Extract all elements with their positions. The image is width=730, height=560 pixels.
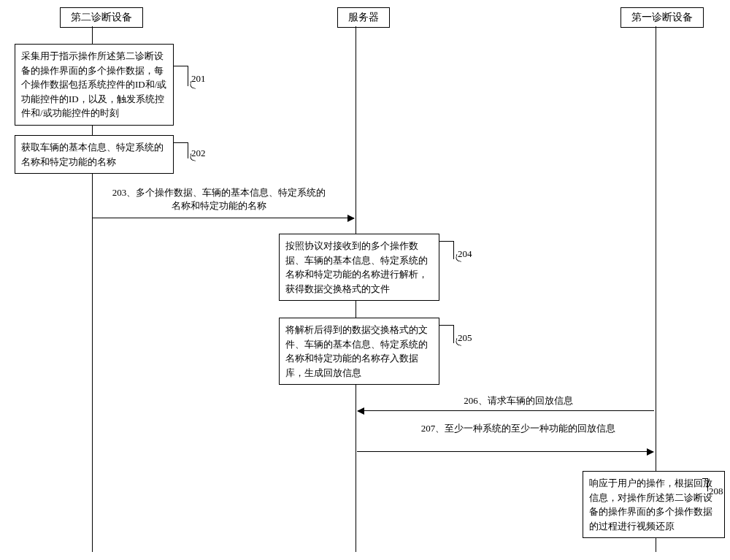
lane-header-mid: 服务器 [337,7,390,28]
lane-header-left: 第二诊断设备 [60,7,143,28]
msg-207-label: 207、至少一种系统的至少一种功能的回放信息 [409,422,628,435]
msg-206-arrow [358,410,654,411]
msg-207-arrow [357,451,653,452]
step-205-box: 将解析后得到的数据交换格式的文件、车辆的基本信息、特定系统的名称和特定功能的名称… [279,318,439,385]
step-208-label: 208 [709,486,723,497]
lane-header-right: 第一诊断设备 [620,7,704,28]
step-205-label: 205 [458,332,472,344]
step-202-label: 202 [191,147,206,159]
connector-205 [439,325,454,343]
step-204-box: 按照协议对接收到的多个操作数据、车辆的基本信息、特定系统的名称和特定功能的名称进… [279,234,439,301]
connector-202 [174,142,188,158]
msg-206-label: 206、请求车辆的回放信息 [409,394,628,407]
step-202-box: 获取车辆的基本信息、特定系统的名称和特定功能的名称 [15,135,174,174]
step-201-label: 201 [191,73,206,85]
connector-201 [174,66,188,86]
connector-208 [702,478,708,491]
msg-203-label: 203、多个操作数据、车辆的基本信息、特定系统的名称和特定功能的名称 [110,186,328,212]
step-204-label: 204 [458,248,472,260]
step-201-box: 采集用于指示操作所述第二诊断设备的操作界面的多个操作数据，每个操作数据包括系统控… [15,44,174,126]
connector-204 [439,241,454,259]
msg-203-arrow [93,218,354,218]
